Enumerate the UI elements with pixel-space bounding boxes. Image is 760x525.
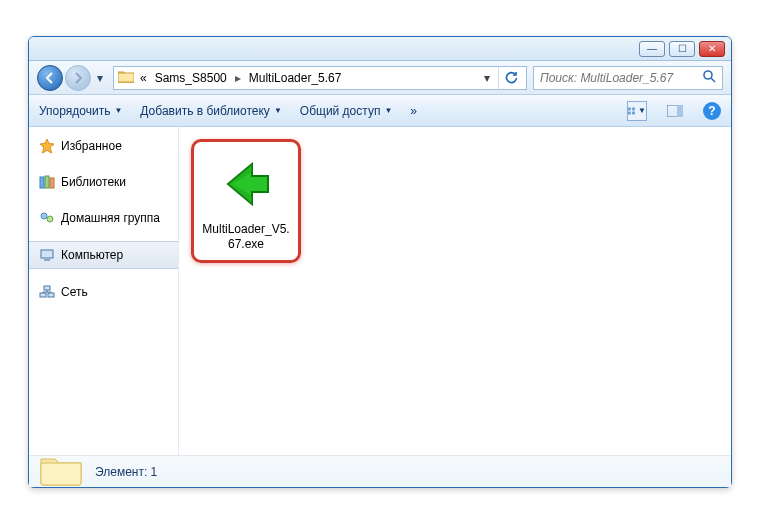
svg-rect-16	[40, 293, 46, 297]
homegroup-icon	[39, 210, 55, 226]
arrow-right-icon	[72, 72, 84, 84]
breadcrumb-chevrons[interactable]: «	[138, 71, 149, 85]
refresh-button[interactable]	[498, 67, 522, 89]
refresh-icon	[504, 71, 518, 85]
body: Избранное Библиотеки Домашняя группа	[29, 127, 731, 455]
chevron-down-icon: ▼	[638, 106, 646, 115]
maximize-button[interactable]: ☐	[669, 41, 695, 57]
network-icon	[39, 284, 55, 300]
svg-point-1	[704, 71, 712, 79]
svg-rect-11	[50, 178, 54, 188]
back-button[interactable]	[37, 65, 63, 91]
sidebar-label: Домашняя группа	[61, 211, 160, 225]
share-menu[interactable]: Общий доступ ▼	[300, 104, 393, 118]
folder-large-icon	[39, 451, 83, 487]
breadcrumb-current[interactable]: MultiLoader_5.67	[247, 71, 344, 85]
computer-icon	[39, 247, 55, 263]
svg-rect-5	[628, 111, 631, 114]
forward-button[interactable]	[65, 65, 91, 91]
chevron-right-icon: ▸	[233, 71, 243, 85]
file-name: MultiLoader_V5.67.exe	[202, 222, 290, 252]
sidebar-item-favorites[interactable]: Избранное	[29, 133, 178, 159]
toolbar-overflow[interactable]: »	[410, 104, 417, 118]
minimize-button[interactable]: —	[639, 41, 665, 57]
svg-rect-3	[628, 107, 631, 110]
explorer-window: — ☐ ✕ ▾ « Sams_S8500 ▸ MultiLoader_5.67 …	[28, 36, 732, 488]
organize-menu[interactable]: Упорядочить ▼	[39, 104, 122, 118]
sidebar-label: Сеть	[61, 285, 88, 299]
svg-rect-0	[118, 73, 134, 82]
search-icon	[702, 69, 716, 86]
share-label: Общий доступ	[300, 104, 381, 118]
sidebar-label: Компьютер	[61, 248, 123, 262]
svg-rect-9	[40, 177, 44, 188]
command-bar: Упорядочить ▼ Добавить в библиотеку ▼ Об…	[29, 95, 731, 127]
preview-pane-button[interactable]	[665, 101, 685, 121]
svg-rect-8	[677, 105, 683, 117]
highlight-annotation: MultiLoader_V5.67.exe	[191, 139, 301, 263]
nav-buttons: ▾	[37, 65, 107, 91]
svg-point-13	[47, 216, 53, 222]
sidebar-item-computer[interactable]: Компьютер	[29, 241, 178, 269]
view-options-button[interactable]: ▼	[627, 101, 647, 121]
arrow-left-icon	[44, 72, 56, 84]
svg-rect-18	[44, 286, 50, 290]
libraries-icon	[39, 174, 55, 190]
svg-rect-15	[44, 259, 50, 261]
add-to-library-menu[interactable]: Добавить в библиотеку ▼	[140, 104, 281, 118]
svg-point-12	[41, 213, 47, 219]
sidebar-item-network[interactable]: Сеть	[29, 279, 178, 305]
svg-rect-17	[48, 293, 54, 297]
file-list[interactable]: MultiLoader_V5.67.exe	[179, 127, 731, 455]
svg-rect-10	[45, 176, 49, 188]
svg-line-2	[711, 78, 715, 82]
nav-pane: Избранное Библиотеки Домашняя группа	[29, 127, 179, 455]
chevron-down-icon: ▼	[114, 106, 122, 115]
nav-history-dropdown[interactable]: ▾	[93, 65, 107, 91]
titlebar: — ☐ ✕	[29, 37, 731, 61]
chevron-down-icon: ▼	[384, 106, 392, 115]
sidebar-label: Библиотеки	[61, 175, 126, 189]
sidebar-label: Избранное	[61, 139, 122, 153]
address-dropdown[interactable]: ▾	[480, 71, 494, 85]
status-bar: Элемент: 1	[29, 455, 731, 487]
sidebar-item-libraries[interactable]: Библиотеки	[29, 169, 178, 195]
chevron-down-icon: ▼	[274, 106, 282, 115]
star-icon	[39, 138, 55, 154]
breadcrumb-parent[interactable]: Sams_S8500	[153, 71, 229, 85]
svg-rect-14	[41, 250, 53, 258]
search-input[interactable]	[540, 71, 698, 85]
status-text: Элемент: 1	[95, 465, 157, 479]
pane-icon	[667, 105, 683, 117]
address-bar[interactable]: « Sams_S8500 ▸ MultiLoader_5.67 ▾	[113, 66, 527, 90]
thumbnails-icon	[628, 105, 636, 117]
search-box[interactable]	[533, 66, 723, 90]
close-button[interactable]: ✕	[699, 41, 725, 57]
file-item[interactable]: MultiLoader_V5.67.exe	[191, 139, 301, 263]
svg-rect-4	[632, 107, 635, 110]
nav-bar: ▾ « Sams_S8500 ▸ MultiLoader_5.67 ▾	[29, 61, 731, 95]
exe-icon	[214, 152, 278, 216]
organize-label: Упорядочить	[39, 104, 110, 118]
sidebar-item-homegroup[interactable]: Домашняя группа	[29, 205, 178, 231]
help-button[interactable]: ?	[703, 102, 721, 120]
svg-rect-6	[632, 111, 635, 114]
add-library-label: Добавить в библиотеку	[140, 104, 270, 118]
folder-icon	[118, 69, 134, 86]
